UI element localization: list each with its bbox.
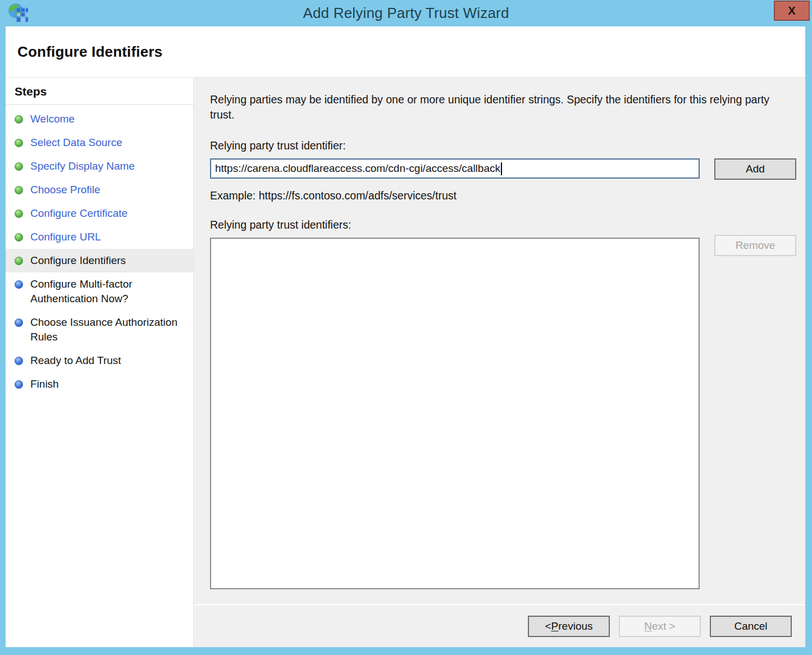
- steps-list: WelcomeSelect Data SourceSpecify Display…: [6, 105, 193, 396]
- wizard-content: Configure Identifiers Steps WelcomeSelec…: [6, 26, 805, 647]
- page-title: Configure Identifiers: [17, 43, 162, 61]
- identifiers-listbox[interactable]: [210, 238, 700, 589]
- step-pending-bullet-icon: [15, 280, 23, 289]
- remove-button[interactable]: Remove: [714, 235, 796, 256]
- text-caret: [501, 162, 502, 175]
- step-label: Choose Profile: [30, 183, 101, 197]
- step-label: Choose Issuance Authorization Rules: [30, 315, 189, 344]
- step-label: Configure URL: [30, 230, 101, 244]
- sidebar-item-welcome[interactable]: Welcome: [6, 107, 193, 131]
- intro-text: Relying parties may be identified by one…: [210, 92, 784, 122]
- steps-heading: Steps: [6, 78, 193, 105]
- example-text: Example: https://fs.contoso.com/adfs/ser…: [210, 188, 805, 203]
- close-icon: X: [788, 4, 795, 17]
- sidebar-item-specify-display-name[interactable]: Specify Display Name: [6, 154, 193, 178]
- footer-bar: < Previous Next > Cancel: [194, 604, 805, 647]
- identifier-input-value: https://carena.cloudflareaccess.com/cdn-…: [215, 162, 500, 175]
- window-title: Add Relying Party Trust Wizard: [0, 0, 812, 26]
- step-complete-bullet-icon: [15, 115, 23, 124]
- sidebar-item-configure-url[interactable]: Configure URL: [6, 225, 193, 249]
- main-panel: Relying parties may be identified by one…: [194, 78, 805, 604]
- step-complete-bullet-icon: [15, 162, 23, 171]
- step-pending-bullet-icon: [15, 319, 23, 327]
- step-complete-bullet-icon: [15, 139, 23, 147]
- titlebar: Add Relying Party Trust Wizard X: [0, 0, 812, 26]
- step-complete-bullet-icon: [15, 257, 23, 265]
- previous-button[interactable]: < Previous: [528, 616, 610, 637]
- step-pending-bullet-icon: [15, 357, 23, 365]
- step-complete-bullet-icon: [15, 186, 23, 194]
- identifier-label: Relying party trust identifier:: [210, 138, 805, 153]
- add-button[interactable]: Add: [714, 158, 796, 180]
- step-complete-bullet-icon: [15, 210, 23, 218]
- sidebar-item-configure-multi-factor-authentication-now: Configure Multi-factor Authentication No…: [6, 272, 193, 311]
- sidebar-item-ready-to-add-trust: Ready to Add Trust: [6, 349, 193, 372]
- step-label: Configure Multi-factor Authentication No…: [30, 277, 189, 306]
- step-label: Configure Identifiers: [30, 253, 126, 268]
- main-column: Relying parties may be identified by one…: [194, 78, 805, 647]
- steps-sidebar: Steps WelcomeSelect Data SourceSpecify D…: [6, 78, 194, 647]
- sidebar-item-configure-identifiers[interactable]: Configure Identifiers: [6, 249, 193, 272]
- close-button[interactable]: X: [774, 1, 810, 21]
- step-label: Select Data Source: [30, 135, 122, 150]
- step-label: Ready to Add Trust: [30, 353, 121, 368]
- step-label: Specify Display Name: [30, 159, 135, 174]
- next-button[interactable]: Next >: [619, 616, 701, 637]
- sidebar-item-finish: Finish: [6, 372, 193, 396]
- sidebar-item-choose-profile[interactable]: Choose Profile: [6, 178, 193, 202]
- step-complete-bullet-icon: [15, 233, 23, 242]
- identifiers-list-label: Relying party trust identifiers:: [210, 217, 805, 233]
- sidebar-item-configure-certificate[interactable]: Configure Certificate: [6, 202, 193, 225]
- sidebar-item-select-data-source[interactable]: Select Data Source: [6, 131, 193, 154]
- cancel-button[interactable]: Cancel: [710, 616, 792, 637]
- step-pending-bullet-icon: [15, 380, 23, 389]
- identifier-input[interactable]: https://carena.cloudflareaccess.com/cdn-…: [210, 158, 700, 179]
- wizard-window: Add Relying Party Trust Wizard X Configu…: [0, 0, 812, 655]
- step-label: Configure Certificate: [30, 206, 127, 221]
- sidebar-item-choose-issuance-authorization-rules: Choose Issuance Authorization Rules: [6, 311, 193, 349]
- step-label: Finish: [30, 377, 59, 392]
- step-label: Welcome: [30, 112, 75, 126]
- page-header: Configure Identifiers: [6, 26, 805, 78]
